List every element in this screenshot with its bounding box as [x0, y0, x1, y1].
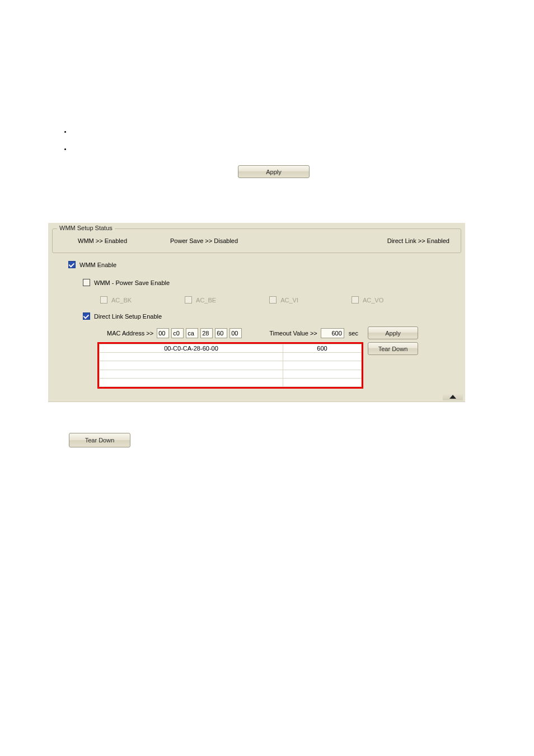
mac-octet-0[interactable] [157, 328, 169, 338]
table-row [100, 378, 362, 386]
mac-octet-1[interactable] [171, 328, 184, 338]
wmm-panel: WMM Setup Status WMM >> Enabled Power Sa… [48, 223, 465, 402]
timeout-label: Timeout Value >> [269, 330, 317, 337]
ac-vo-label: AC_VO [363, 297, 383, 304]
mac-octet-4[interactable] [215, 328, 227, 338]
teardown-button-lower[interactable]: Tear Down [69, 433, 130, 447]
table-row: 00-C0-CA-28-60-00 600 [100, 344, 362, 353]
ac-bk-label: AC_BK [111, 297, 132, 304]
teardown-button[interactable]: Tear Down [368, 342, 418, 355]
ac-vo-checkbox [352, 296, 359, 304]
dls-enable-checkbox[interactable] [83, 312, 90, 320]
table-cell-mac: 00-C0-CA-28-60-00 [100, 344, 283, 353]
mac-octet-5[interactable] [229, 328, 242, 338]
wmm-status-fieldset: WMM Setup Status WMM >> Enabled Power Sa… [52, 228, 461, 253]
sec-label: sec [349, 330, 358, 337]
mac-octet-2[interactable] [186, 328, 198, 338]
bullet-list [72, 129, 407, 164]
powersave-enable-label: WMM - Power Save Enable [94, 279, 170, 286]
powersave-enable-checkbox[interactable] [83, 279, 90, 286]
table-row [100, 370, 362, 378]
ac-be-checkbox [185, 296, 192, 304]
ac-be-label: AC_BE [196, 297, 216, 304]
powersave-status-text: Power Save >> Disabled [170, 237, 332, 244]
table-row [100, 361, 362, 370]
ac-vi-checkbox [269, 296, 277, 304]
apply-button[interactable]: Apply [368, 326, 418, 339]
wmm-enable-checkbox[interactable] [68, 261, 76, 268]
dls-enable-label: Direct Link Setup Enable [94, 313, 162, 320]
ac-bk-checkbox [100, 296, 107, 304]
expand-up-icon[interactable] [443, 393, 463, 400]
table-cell-timeout: 600 [283, 344, 362, 353]
mac-address-label: MAC Address >> [107, 330, 153, 337]
wmm-status-text: WMM >> Enabled [78, 237, 170, 244]
timeout-input[interactable] [321, 328, 344, 338]
wmm-enable-label: WMM Enable [79, 262, 116, 268]
apply-button-top[interactable]: Apply [238, 165, 310, 178]
table-row [100, 353, 362, 361]
directlink-status-text: Direct Link >> Enabled [387, 237, 449, 244]
dls-table[interactable]: 00-C0-CA-28-60-00 600 [97, 342, 363, 389]
fieldset-legend: WMM Setup Status [57, 225, 115, 231]
ac-vi-label: AC_VI [280, 297, 298, 304]
mac-octet-3[interactable] [200, 328, 213, 338]
